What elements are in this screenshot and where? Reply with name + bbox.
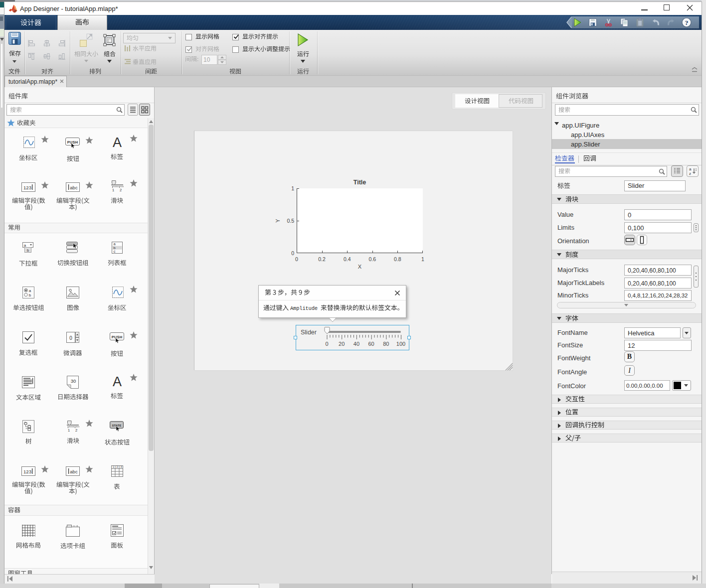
- svg-text:PUSH: PUSH: [111, 335, 122, 339]
- svg-text:b: b: [27, 248, 29, 253]
- svg-text:A: A: [112, 375, 121, 388]
- svg-text:PUSH: PUSH: [67, 140, 78, 145]
- svg-text:2: 2: [119, 188, 121, 191]
- svg-text:abc: abc: [70, 185, 78, 190]
- svg-text:2: 2: [75, 428, 77, 432]
- svg-text:2: 2: [116, 465, 118, 468]
- svg-text:?: ?: [685, 19, 689, 26]
- svg-text:123: 123: [23, 185, 31, 190]
- svg-text:STATE: STATE: [112, 424, 121, 427]
- svg-text:123: 123: [23, 469, 31, 474]
- svg-text:z: z: [689, 171, 691, 176]
- svg-text:3: 3: [120, 465, 122, 468]
- svg-text:c: c: [113, 249, 115, 254]
- svg-text:b: b: [29, 293, 31, 297]
- svg-text:1: 1: [112, 465, 114, 468]
- svg-text:1: 1: [112, 188, 114, 191]
- svg-text:A: A: [112, 136, 121, 148]
- svg-text:0: 0: [69, 335, 72, 341]
- svg-text:1: 1: [68, 428, 70, 432]
- svg-text:30: 30: [71, 378, 76, 384]
- svg-text:abc: abc: [70, 469, 78, 474]
- svg-text:a: a: [29, 289, 31, 293]
- svg-text:a: a: [24, 243, 26, 248]
- svg-text:a: a: [689, 167, 692, 171]
